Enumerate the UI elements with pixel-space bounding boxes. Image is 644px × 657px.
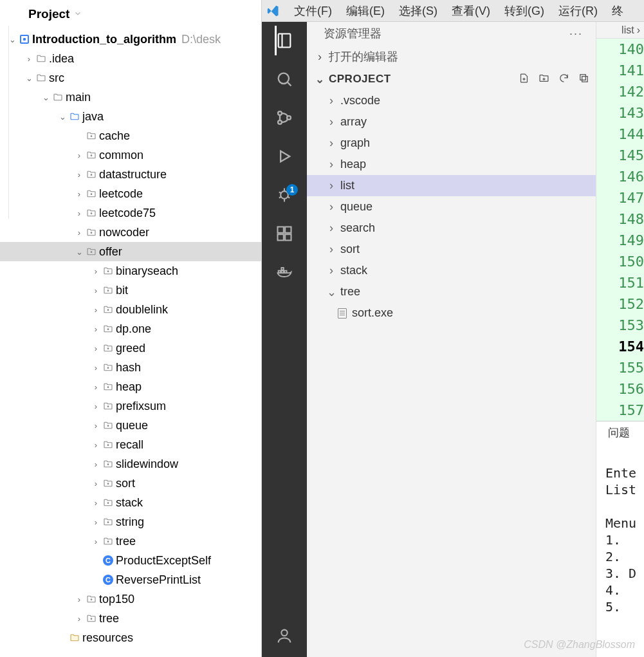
chevron-right-icon[interactable]: › — [90, 286, 102, 295]
chevron-down-icon[interactable]: ⌄ — [57, 112, 68, 122]
tree-item-hash[interactable]: ›hash — [0, 358, 261, 377]
chevron-down-icon[interactable]: ⌄ — [23, 73, 35, 83]
chevron-right-icon[interactable]: › — [326, 115, 336, 129]
menu-view[interactable]: 查看(V) — [452, 3, 490, 19]
new-folder-icon[interactable] — [538, 73, 549, 86]
chevron-right-icon[interactable]: › — [90, 266, 102, 276]
chevron-down-icon[interactable]: ⌄ — [40, 93, 51, 102]
open-editors-section[interactable]: › 打开的编辑器 — [307, 45, 596, 68]
account-icon[interactable] — [275, 626, 294, 645]
explorer-item-search[interactable]: ›search — [307, 217, 596, 239]
more-icon[interactable]: ··· — [569, 27, 583, 41]
tree-item-slidewindow[interactable]: ›slidewindow — [0, 454, 261, 474]
chevron-right-icon[interactable]: › — [326, 200, 336, 214]
chevron-right-icon[interactable]: › — [73, 228, 85, 237]
explorer-item-sort[interactable]: ›sort — [307, 239, 596, 260]
menu-terminal[interactable]: 终 — [612, 3, 623, 19]
explorer-item-graph[interactable]: ›graph — [307, 133, 596, 154]
chevron-right-icon[interactable]: › — [326, 264, 336, 277]
chevron-right-icon[interactable]: › — [23, 54, 35, 64]
chevron-right-icon[interactable]: › — [73, 208, 85, 218]
tree-item-recall[interactable]: ›recall — [0, 435, 261, 454]
menu-run[interactable]: 运行(R) — [558, 3, 598, 19]
explorer-icon[interactable] — [275, 31, 294, 50]
menu-goto[interactable]: 转到(G) — [504, 3, 544, 19]
chevron-right-icon[interactable]: › — [73, 151, 85, 160]
chevron-right-icon[interactable]: › — [90, 440, 102, 450]
new-file-icon[interactable] — [519, 73, 529, 86]
chevron-right-icon[interactable]: › — [90, 459, 102, 469]
tree-item-top150[interactable]: ›top150 — [0, 589, 261, 609]
tree-item-doublelink[interactable]: ›doublelink — [0, 300, 261, 319]
tree-item-tree[interactable]: ›tree — [0, 609, 261, 628]
breadcrumb[interactable]: list › — [596, 22, 644, 39]
chevron-right-icon[interactable]: › — [90, 305, 102, 315]
explorer-item-tree[interactable]: ⌄tree — [307, 281, 596, 302]
chevron-right-icon[interactable]: › — [326, 94, 336, 107]
explorer-item-sort.exe[interactable]: sort.exe — [307, 302, 596, 324]
tree-item-src[interactable]: ⌄src — [0, 68, 261, 88]
explorer-project-row[interactable]: ⌄ CPROJECT — [307, 68, 596, 90]
tree-item-leetcode[interactable]: ›leetcode — [0, 184, 261, 203]
problems-tab[interactable]: 问题 — [608, 425, 630, 440]
menu-file[interactable]: 文件(F) — [294, 3, 332, 19]
chevron-right-icon[interactable]: › — [90, 382, 102, 392]
tree-item-cache[interactable]: cache — [0, 126, 261, 145]
run-debug-icon[interactable] — [275, 147, 294, 166]
tree-item-leetcode75[interactable]: ›leetcode75 — [0, 203, 261, 223]
tree-item-datastructure[interactable]: ›datastructure — [0, 165, 261, 184]
search-icon[interactable] — [275, 69, 294, 89]
chevron-right-icon[interactable]: › — [90, 402, 102, 411]
chevron-right-icon[interactable]: › — [326, 221, 336, 235]
tree-item-ProductExceptSelf[interactable]: CProductExceptSelf — [0, 551, 261, 570]
tree-item-Introduction_to_algorithm[interactable]: ⌄Introduction_to_algorithmD:\desk — [0, 30, 261, 49]
chevron-right-icon[interactable]: › — [90, 479, 102, 488]
chevron-right-icon[interactable]: › — [73, 595, 85, 604]
tree-item-resources[interactable]: resources — [0, 628, 261, 647]
chevron-right-icon[interactable]: › — [73, 614, 85, 624]
tree-item-stack[interactable]: ›stack — [0, 493, 261, 512]
explorer-item-stack[interactable]: ›stack — [307, 260, 596, 281]
chevron-right-icon[interactable]: › — [326, 136, 336, 150]
refresh-icon[interactable] — [558, 73, 569, 86]
tree-item-sort[interactable]: ›sort — [0, 474, 261, 493]
chevron-right-icon[interactable]: › — [326, 243, 336, 256]
chevron-right-icon[interactable]: › — [73, 170, 85, 180]
chevron-right-icon[interactable]: › — [326, 158, 336, 171]
tree-item-common[interactable]: ›common — [0, 145, 261, 165]
tree-item-heap[interactable]: ›heap — [0, 377, 261, 396]
tree-item-offer[interactable]: ⌄offer — [0, 242, 261, 261]
menu-edit[interactable]: 编辑(E) — [346, 3, 385, 19]
tree-item-dp.one[interactable]: ›dp.one — [0, 319, 261, 338]
tree-item-nowcoder[interactable]: ›nowcoder — [0, 223, 261, 242]
docker-icon[interactable] — [275, 263, 294, 282]
chevron-right-icon[interactable]: › — [73, 189, 85, 199]
chevron-right-icon[interactable]: › — [326, 179, 336, 192]
chevron-right-icon[interactable]: › — [90, 324, 102, 334]
source-control-icon[interactable] — [275, 108, 294, 127]
chevron-down-icon[interactable]: ⌄ — [73, 247, 85, 257]
tree-item-java[interactable]: ⌄java — [0, 107, 261, 126]
explorer-item-array[interactable]: ›array — [307, 111, 596, 133]
tree-item-bit[interactable]: ›bit — [0, 281, 261, 300]
explorer-item-heap[interactable]: ›heap — [307, 154, 596, 175]
collapse-all-icon[interactable] — [578, 73, 589, 86]
tree-item-tree[interactable]: ›tree — [0, 532, 261, 551]
extensions-icon[interactable] — [275, 224, 294, 243]
explorer-item-.vscode[interactable]: ›.vscode — [307, 90, 596, 111]
terminal-tabs[interactable]: 问题 — [596, 421, 644, 443]
tree-item-.idea[interactable]: ›.idea — [0, 49, 261, 68]
explorer-item-list[interactable]: ›list — [307, 175, 596, 196]
chevron-right-icon[interactable]: › — [90, 344, 102, 353]
explorer-item-queue[interactable]: ›queue — [307, 196, 596, 217]
tree-item-queue[interactable]: ›queue — [0, 416, 261, 435]
tree-item-main[interactable]: ⌄main — [0, 88, 261, 107]
chevron-right-icon[interactable]: › — [90, 498, 102, 508]
tree-item-greed[interactable]: ›greed — [0, 338, 261, 358]
tree-item-string[interactable]: ›string — [0, 512, 261, 532]
menu-select[interactable]: 选择(S) — [399, 3, 437, 19]
chevron-right-icon[interactable]: › — [90, 421, 102, 430]
tree-item-ReversePrintList[interactable]: CReversePrintList — [0, 570, 261, 589]
chevron-right-icon[interactable]: › — [90, 363, 102, 373]
tree-item-binaryseach[interactable]: ›binaryseach — [0, 261, 261, 281]
